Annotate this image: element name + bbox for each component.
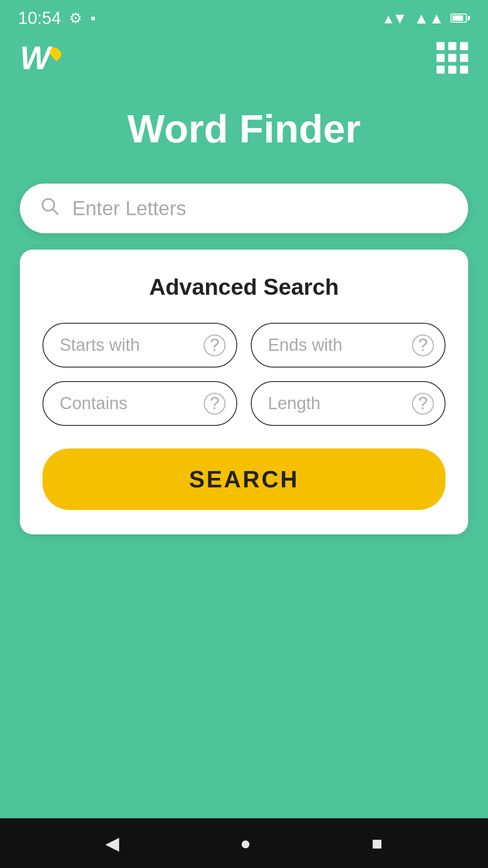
sd-card-icon: ▪ bbox=[90, 10, 95, 27]
app-logo: W bbox=[20, 42, 61, 74]
search-icon bbox=[40, 196, 60, 221]
home-button[interactable]: ● bbox=[240, 833, 251, 854]
svg-line-1 bbox=[53, 209, 58, 215]
advanced-search-title: Advanced Search bbox=[42, 274, 446, 300]
status-time: 10:54 bbox=[18, 9, 61, 28]
length-field-wrap: ? bbox=[251, 381, 446, 426]
settings-status-icon: ⚙ bbox=[69, 9, 82, 27]
page-title: Word Finder bbox=[127, 106, 361, 152]
ends-with-field-wrap: ? bbox=[251, 323, 446, 368]
back-button[interactable]: ◀ bbox=[105, 833, 119, 854]
recents-button[interactable]: ■ bbox=[371, 833, 382, 854]
status-right: ▴▼ ▲▲ bbox=[385, 9, 470, 27]
contains-help-icon[interactable]: ? bbox=[204, 393, 225, 415]
wifi-icon: ▴▼ bbox=[385, 9, 408, 27]
logo-w-letter: W bbox=[20, 42, 49, 74]
starts-with-field-wrap: ? bbox=[42, 323, 237, 368]
signal-icon: ▲▲ bbox=[414, 9, 444, 27]
filter-grid: ? ? ? ? bbox=[42, 323, 446, 426]
bottom-nav-bar: ◀ ● ■ bbox=[0, 818, 488, 868]
status-bar: 10:54 ⚙ ▪ ▴▼ ▲▲ bbox=[0, 0, 488, 33]
battery-icon bbox=[450, 14, 470, 23]
main-search-bar[interactable] bbox=[20, 184, 468, 233]
grid-menu-icon[interactable] bbox=[436, 42, 468, 74]
contains-field-wrap: ? bbox=[42, 381, 237, 426]
top-bar: W bbox=[0, 33, 488, 79]
main-content: Word Finder Advanced Search ? ? bbox=[0, 79, 488, 818]
ends-with-help-icon[interactable]: ? bbox=[412, 335, 434, 356]
starts-with-help-icon[interactable]: ? bbox=[204, 335, 225, 356]
advanced-search-card: Advanced Search ? ? ? ? SEA bbox=[20, 250, 468, 534]
logo-dot bbox=[47, 45, 63, 61]
length-help-icon[interactable]: ? bbox=[412, 393, 434, 415]
status-left: 10:54 ⚙ ▪ bbox=[18, 9, 95, 28]
letters-input[interactable] bbox=[72, 197, 448, 220]
search-button[interactable]: SEARCH bbox=[42, 448, 446, 510]
